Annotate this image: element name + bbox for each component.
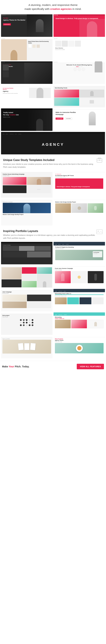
portfolio-dark-stacked: Creative Portfolio [1,242,53,264]
portfolio-dots: Dots project Pattern design [1,312,53,335]
screenshot-parallax: Make An Awesome Parallax Homepage LEARN … [53,108,105,131]
screenshot-award-agency: Welcome To An Award Winning Agency [53,61,105,84]
case-study-agency-wp: An Awesome An Awesome Agency WP Theme Pr… [53,171,105,198]
screenshot-multiple-agency: An Awesome Multiple Website Agency Lorem… [1,85,53,107]
briefcase-icon [96,157,103,163]
s8-title: New Branding Trends [55,87,104,88]
header-text1: A stunning, modern, and responsive theme [28,4,77,6]
s1-btn[interactable]: LEARN MORE [3,23,11,26]
p10-main: Agency Theme [55,340,104,341]
svg-rect-3 [99,160,100,160]
p8-title: Rebranding [55,316,104,318]
case-study-desc: Introduce your clients to your creative … [3,163,103,168]
cs1-sub: Campaign design [3,175,51,176]
case-study-cafe: Badminton Campaign Modern Cafe Design Id… [1,199,53,226]
s3-title: Hand Picked Items Sold Exclusively Onlin… [28,41,51,44]
p2-nav1: HOME [55,244,57,245]
header-text2: made specifically with [24,8,49,10]
p6-nav3: ABOUT [64,291,66,292]
s7-title: Agency [3,90,29,92]
cs4-main-title: Modern Cafe Design Identity Project [55,202,103,202]
p7-sub: Pattern design [2,316,51,318]
p2-nav2: ABOUT [58,244,61,245]
cs2-red: An Awesome [55,174,103,174]
s7-red2: Website [3,89,29,90]
screenshot-agency-dark: The Best Agency Theme On The Market LEAR… [1,14,53,37]
screenshot-pink-design: Good design is obvious. Truly great desi… [53,14,105,37]
portfolio-fresh-juice: Fresh Juice Summer Campaign Product camp… [53,266,105,288]
p8-nav3: CONTACT [64,314,67,315]
case-study-section-header: Unique Case Study Templates Included Int… [1,156,105,170]
p6-title: Rebranding Clean Coffee Co [55,293,104,294]
p2-nav4: CONTACT [65,244,69,245]
s7-red: An Awesome Multiple [3,88,29,89]
s9-red: Creative [9,114,15,116]
p1-sub: Creative Portfolio [3,245,51,246]
case-study-cafe2: Modern Cafe Design Identity Project [53,199,105,226]
footer-text: Make Your Pitch. Today. [2,365,29,368]
p4-title: Fresh Juice Summer Campaign [55,268,104,269]
p6-desc: Brand identity redesign project [55,296,104,297]
portfolio-coffee-teal: HOME PORTFOLIO CONTACT Rebranding Clean … [53,312,105,335]
p9-sub: Agency portfolio [2,338,51,340]
s11-title: AGENCY [42,142,64,147]
case-study-fashion: Fashion House Advertising Campaign Campa… [1,171,53,198]
case-study-title: Unique Case Study Templates Included [3,158,103,162]
p2-sub: Digital arts showcase [55,248,103,249]
footer-pitch: Pitch. Today. [14,365,29,368]
portfolio-coffee-co: HOME PORTFOLIO ABOUT Rebranding Clean Co… [53,289,105,311]
p5-title: Juice Campaign [2,291,51,292]
header-highlight: creative agencies [50,8,72,10]
p5-sub: Branding project [2,293,51,294]
portfolio-desc: Whether you're a freelance designer or a… [3,234,103,240]
cs1-title: Fashion House Advertising Campaign [3,174,51,175]
p6-nav2: PORTFOLIO [58,291,62,292]
s10-btn2[interactable]: OUR WORK [65,118,72,120]
footer-your: Your [9,365,14,368]
cs2-title: An Awesome Agency WP Theme [55,175,103,176]
svg-rect-4 [97,230,102,234]
screenshot-white-products: Shop Collection Exclusive items availabl… [53,38,105,60]
p4-sub: Product campaign [55,269,104,270]
view-all-features-button[interactable]: VIEW ALL FEATURES [77,364,104,369]
footer-make: Make [2,365,9,368]
p8-title-red: Clean Coffee Co [55,318,104,319]
portfolio-mockup: Agency portfolio [1,336,53,358]
screenshot-agency-full: HOME ABOUT PORTFOLIO BLOG CONTACT AGENCY [1,132,105,154]
portfolio-grid: Juice Campaign Branding project [1,289,53,311]
portfolio-collage [1,266,53,288]
screenshot-branding-dark: Start On Branding Creative Studio [1,61,53,84]
screenshot-branding-trends: New Branding Trends [53,85,105,107]
screenshot-hand-picked: Hand Picked Items Sold Exclusively Onlin… [1,38,53,60]
p10-red: Pitch Portfolio [55,338,104,340]
cs3-title: Modern Cafe Design Identity Project [3,214,51,215]
p6-nav1: HOME [55,291,57,292]
p2-title: Festival Of Digital Arts Branding [55,246,103,248]
portfolio-food: Pitch Portfolio Agency Theme Responsive … [53,336,105,358]
portfolio-icon [96,229,103,235]
portfolio-title: Inspiring Portfolio Layouts [3,230,103,233]
svg-point-5 [98,231,99,232]
s10-title: Make An Awesome Parallax Homepage [55,112,82,116]
p10-sub: Responsive design [55,341,104,342]
s6-title: Welcome To An Award Winning Agency [66,64,92,66]
portfolio-festival: HOME ABOUT WORK CONTACT Festival Of Digi… [53,242,105,264]
page-header: A stunning, modern, and responsive theme… [0,0,106,13]
cs2-screen-title: Good design is obvious. Truly great desi… [57,186,90,188]
p2-nav3: WORK [62,244,64,245]
s10-btn1[interactable]: LEARN MORE [55,118,63,120]
screenshots-grid: The Best Agency Theme On The Market LEAR… [0,13,106,360]
header-text3: in mind. [72,8,82,10]
s7-body: Lorem ipsum dolor sit amet consectetur [3,93,29,94]
page-footer: Make Your Pitch. Today. VIEW ALL FEATURE… [0,361,106,372]
cs3-sub-top: Badminton Campaign [3,202,51,202]
screenshot-totally-suited: Totally SuitedFor Any Creative Use Multi… [1,108,53,131]
p8-nav2: PORTFOLIO [58,314,62,315]
cs2-desc: Professional agency theme [55,176,103,178]
p7-title: Dots project [2,315,51,316]
portfolio-section-header: Inspiring Portfolio Layouts Whether you'… [1,226,105,241]
p8-nav1: HOME [55,314,57,315]
